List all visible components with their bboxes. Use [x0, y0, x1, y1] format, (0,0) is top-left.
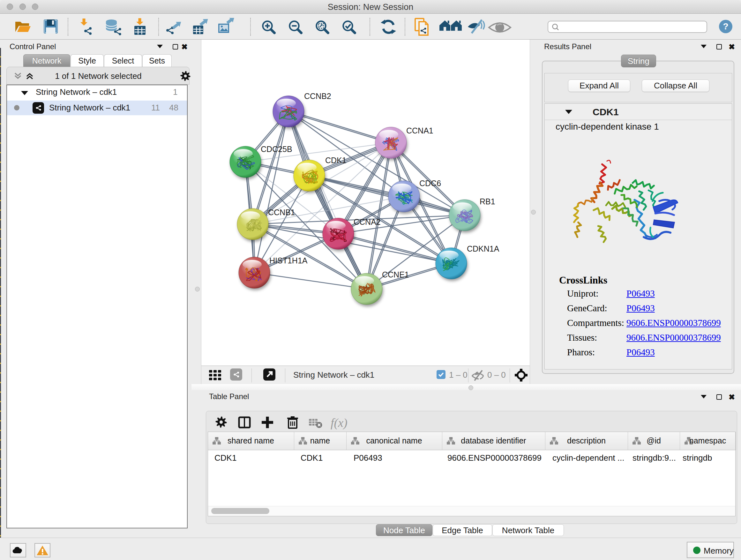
- svg-text:CDC25B: CDC25B: [261, 145, 292, 153]
- svg-text:CCNE1: CCNE1: [382, 270, 409, 279]
- svg-text:CCNA2: CCNA2: [354, 217, 381, 226]
- svg-text:CDK1: CDK1: [325, 156, 347, 165]
- svg-text:CDKN1A: CDKN1A: [467, 244, 499, 253]
- svg-text:CCNB1: CCNB1: [268, 208, 295, 217]
- svg-text:CDC6: CDC6: [419, 179, 441, 188]
- svg-text:?: ?: [723, 21, 728, 31]
- svg-text:CCNB2: CCNB2: [304, 91, 331, 101]
- svg-text:HIST1H1A: HIST1H1A: [269, 256, 308, 265]
- svg-text:RB1: RB1: [480, 197, 495, 206]
- svg-text:CCNA1: CCNA1: [406, 126, 433, 135]
